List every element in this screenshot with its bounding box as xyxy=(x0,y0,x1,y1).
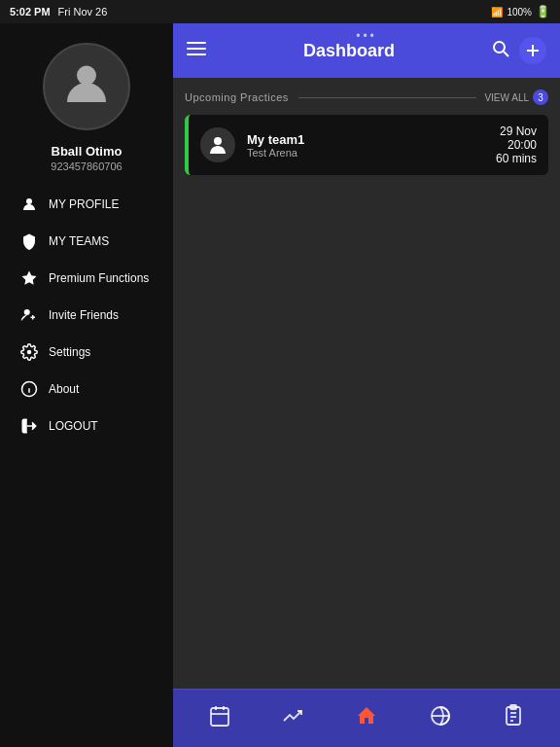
section-title: Upcoming Practices xyxy=(185,91,289,103)
user-phone: 923457860706 xyxy=(51,160,122,172)
search-icon[interactable] xyxy=(492,40,509,62)
avatar[interactable] xyxy=(43,43,130,130)
svg-point-13 xyxy=(214,137,222,145)
logout-icon xyxy=(19,416,39,436)
gear-icon xyxy=(19,342,39,362)
home-icon xyxy=(355,704,378,733)
svg-point-9 xyxy=(494,42,505,53)
svg-point-1 xyxy=(26,198,32,204)
premium-label: Premium Functions xyxy=(49,271,149,285)
person-add-icon xyxy=(19,305,39,325)
svg-point-2 xyxy=(24,309,30,315)
status-time: 5:02 PM xyxy=(10,6,51,18)
content-area: Upcoming Practices VIEW ALL 3 My team1 xyxy=(173,78,560,689)
view-all-btn[interactable]: VIEW ALL 3 xyxy=(484,89,548,105)
view-all-count: 3 xyxy=(533,89,548,105)
app-container: Bball Otimo 923457860706 MY PROFILE MY T… xyxy=(0,23,560,747)
section-divider xyxy=(298,97,477,98)
chart-icon xyxy=(281,704,304,733)
person-icon xyxy=(19,195,39,214)
bottom-nav-calendar[interactable] xyxy=(196,698,243,739)
sidebar-item-logout[interactable]: LOGOUT xyxy=(10,408,163,445)
profile-label: MY PROFILE xyxy=(49,197,119,211)
star-icon xyxy=(19,268,39,288)
status-icons: 📶 100% 🔋 xyxy=(491,5,550,18)
status-date: Fri Nov 26 xyxy=(58,6,108,18)
menu-icon[interactable] xyxy=(187,39,206,63)
bottom-nav-home[interactable] xyxy=(343,698,390,739)
app-header: ••• Dashboard xyxy=(173,23,560,78)
practice-clock: 20:00 xyxy=(496,138,537,152)
section-header: Upcoming Practices VIEW ALL 3 xyxy=(185,89,548,105)
svg-rect-6 xyxy=(187,42,206,44)
svg-rect-8 xyxy=(187,53,206,55)
svg-point-0 xyxy=(77,65,96,85)
status-bar: 5:02 PM Fri Nov 26 📶 100% 🔋 xyxy=(0,0,560,23)
header-right xyxy=(492,37,546,64)
view-all-label: VIEW ALL xyxy=(484,92,529,103)
main-content: ••• Dashboard xyxy=(173,23,560,747)
info-icon xyxy=(19,379,39,399)
sidebar-item-premium[interactable]: Premium Functions xyxy=(10,260,163,297)
header-left xyxy=(187,39,206,63)
logout-label: LOGOUT xyxy=(49,419,98,433)
shield-icon xyxy=(19,231,39,251)
avatar-icon xyxy=(62,58,111,116)
header-title: Dashboard xyxy=(206,41,492,61)
sidebar-item-teams[interactable]: MY TEAMS xyxy=(10,223,163,260)
calendar-icon xyxy=(208,704,231,733)
svg-rect-14 xyxy=(211,708,228,726)
sidebar-item-invite[interactable]: Invite Friends xyxy=(10,297,163,334)
battery-text: 100% xyxy=(507,7,532,18)
practice-card[interactable]: My team1 Test Arena 29 Nov 20:00 60 mins xyxy=(185,115,548,175)
practice-time: 29 Nov 20:00 60 mins xyxy=(496,124,537,165)
practice-date: 29 Nov xyxy=(496,124,537,138)
invite-label: Invite Friends xyxy=(49,308,119,322)
nav-menu: MY PROFILE MY TEAMS Premium Functions In… xyxy=(0,186,173,445)
team-icon xyxy=(429,704,452,733)
clipboard-icon xyxy=(502,704,525,733)
teams-label: MY TEAMS xyxy=(49,234,109,248)
sidebar-item-profile[interactable]: MY PROFILE xyxy=(10,186,163,223)
practice-duration: 60 mins xyxy=(496,152,537,165)
sidebar: Bball Otimo 923457860706 MY PROFILE MY T… xyxy=(0,23,173,747)
settings-label: Settings xyxy=(49,345,90,359)
sidebar-item-settings[interactable]: Settings xyxy=(10,334,163,371)
battery-icon: 🔋 xyxy=(536,5,550,18)
bottom-nav-chart[interactable] xyxy=(269,698,316,739)
practice-info: My team1 Test Arena xyxy=(247,132,484,159)
bottom-nav-team[interactable] xyxy=(417,698,464,739)
practice-team-icon xyxy=(200,127,235,162)
svg-rect-7 xyxy=(187,48,206,50)
user-name: Bball Otimo xyxy=(52,144,122,159)
bottom-nav-clipboard[interactable] xyxy=(490,698,537,739)
add-button[interactable] xyxy=(519,37,546,64)
sidebar-item-about[interactable]: About xyxy=(10,371,163,408)
bottom-nav xyxy=(173,689,560,747)
practice-team-name: My team1 xyxy=(247,132,484,147)
about-label: About xyxy=(49,382,79,396)
svg-line-10 xyxy=(504,52,508,56)
wifi-icon: 📶 xyxy=(491,7,503,18)
header-dots: ••• xyxy=(356,29,377,43)
practice-venue: Test Arena xyxy=(247,147,484,159)
